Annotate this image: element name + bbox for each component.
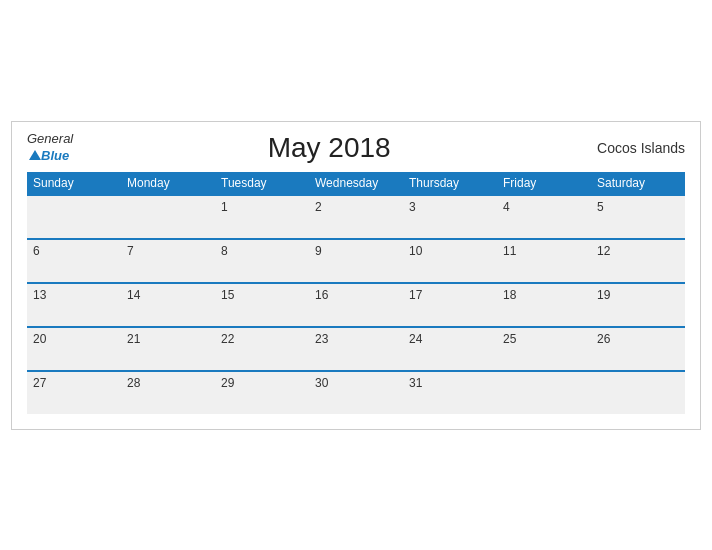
day-cell: 29	[215, 371, 309, 414]
day-cell	[121, 195, 215, 239]
day-cell: 15	[215, 283, 309, 327]
day-header-monday: Monday	[121, 172, 215, 195]
day-cell: 10	[403, 239, 497, 283]
day-cell: 28	[121, 371, 215, 414]
day-header-sunday: Sunday	[27, 172, 121, 195]
logo-triangle-icon	[29, 150, 41, 160]
day-cell: 23	[309, 327, 403, 371]
week-row-5: 2728293031	[27, 371, 685, 414]
calendar-body: 1234567891011121314151617181920212223242…	[27, 195, 685, 414]
calendar-region: Cocos Islands	[585, 140, 685, 156]
calendar-header: General Blue May 2018 Cocos Islands	[27, 132, 685, 164]
day-cell: 2	[309, 195, 403, 239]
logo-blue-text: Blue	[41, 148, 69, 163]
calendar-table: SundayMondayTuesdayWednesdayThursdayFrid…	[27, 172, 685, 414]
day-cell: 17	[403, 283, 497, 327]
day-header-thursday: Thursday	[403, 172, 497, 195]
day-header-friday: Friday	[497, 172, 591, 195]
day-header-wednesday: Wednesday	[309, 172, 403, 195]
day-cell: 19	[591, 283, 685, 327]
day-cell: 11	[497, 239, 591, 283]
day-header-saturday: Saturday	[591, 172, 685, 195]
calendar: General Blue May 2018 Cocos Islands Sund…	[11, 121, 701, 430]
week-row-2: 6789101112	[27, 239, 685, 283]
day-cell: 1	[215, 195, 309, 239]
day-cell: 12	[591, 239, 685, 283]
week-row-3: 13141516171819	[27, 283, 685, 327]
day-cell: 9	[309, 239, 403, 283]
day-cell	[27, 195, 121, 239]
day-headers: SundayMondayTuesdayWednesdayThursdayFrid…	[27, 172, 685, 195]
day-cell: 27	[27, 371, 121, 414]
day-cell: 18	[497, 283, 591, 327]
day-cell: 3	[403, 195, 497, 239]
logo: General Blue	[27, 132, 73, 164]
day-cell: 7	[121, 239, 215, 283]
day-cell: 30	[309, 371, 403, 414]
calendar-title: May 2018	[73, 132, 585, 164]
day-cell: 21	[121, 327, 215, 371]
day-cell: 25	[497, 327, 591, 371]
day-cell: 16	[309, 283, 403, 327]
day-cell: 13	[27, 283, 121, 327]
day-cell	[497, 371, 591, 414]
day-cell: 24	[403, 327, 497, 371]
week-row-1: 12345	[27, 195, 685, 239]
day-cell: 8	[215, 239, 309, 283]
day-cell: 14	[121, 283, 215, 327]
day-cell: 31	[403, 371, 497, 414]
day-cell: 5	[591, 195, 685, 239]
logo-blue-row: Blue	[27, 146, 69, 164]
day-cell: 6	[27, 239, 121, 283]
day-cell: 22	[215, 327, 309, 371]
day-cell: 26	[591, 327, 685, 371]
day-cell: 4	[497, 195, 591, 239]
day-cell	[591, 371, 685, 414]
logo-general-text: General	[27, 132, 73, 146]
day-header-tuesday: Tuesday	[215, 172, 309, 195]
calendar-header-row: SundayMondayTuesdayWednesdayThursdayFrid…	[27, 172, 685, 195]
day-cell: 20	[27, 327, 121, 371]
week-row-4: 20212223242526	[27, 327, 685, 371]
